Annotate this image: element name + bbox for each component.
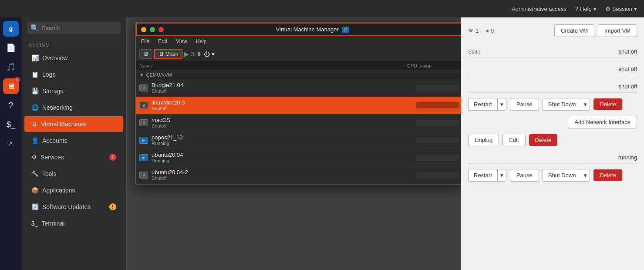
sidebar-item-storage[interactable]: 💾 Storage <box>24 83 123 99</box>
sidebar-item-accounts[interactable]: 👤 Accounts <box>24 133 123 148</box>
session-chevron-icon: ▾ <box>634 6 637 12</box>
vm-row[interactable]: ▶ ubuntu20.04 Running <box>136 149 461 166</box>
vm-power-icon[interactable]: ⏻ <box>204 51 210 57</box>
sidebar-item-virtual-machines[interactable]: 🖥 Virtual Machines <box>24 116 123 132</box>
create-vm-button[interactable]: Create VM <box>554 24 594 37</box>
avatar-initials: g <box>9 25 13 32</box>
sidebar-item-services[interactable]: ⚙ Services ! <box>24 149 123 165</box>
vm-cpu-bar <box>416 120 459 126</box>
vm-row[interactable]: 🖥 ubuntu20.04-2 Shutoff <box>136 166 461 184</box>
vm-row-info: Budgie21.04 Shutoff <box>152 82 412 94</box>
network-action-buttons: Unplug Edit Delete <box>468 134 637 146</box>
vm-cpu-bar <box>416 85 459 91</box>
state-field-row-1: State shut off <box>468 46 637 58</box>
admin-access-label: Administrative access <box>512 6 566 12</box>
delete2-button[interactable]: Delete <box>529 134 558 146</box>
vm-pause-icon[interactable]: ⏸ <box>196 51 202 57</box>
delete-button-2[interactable]: Delete <box>593 169 622 181</box>
vm-manager-window: Virtual Machine Manager 2 File Edit View… <box>135 22 461 185</box>
vm-action-buttons-2: Restart ▾ Pause Shut Down ▾ Delete <box>468 169 637 182</box>
overview-icon: 📊 <box>31 54 39 61</box>
virtual-machines-icon: 🖥 <box>31 121 37 128</box>
restart-button[interactable]: Restart <box>468 98 497 111</box>
shut-down-btn-group: Shut Down ▾ <box>543 98 590 111</box>
vm-menu-view[interactable]: View <box>174 37 189 45</box>
restart-dropdown-btn[interactable]: ▾ <box>497 98 506 111</box>
dock-music-icon[interactable]: 🎵 <box>3 59 19 75</box>
restart-btn-group: Restart ▾ <box>468 98 506 111</box>
sidebar-item-logs[interactable]: 📋 Logs <box>24 67 123 82</box>
sidebar-item-software-updates[interactable]: 🔄 Software Updates ! <box>24 199 123 215</box>
sidebar-item-tools[interactable]: 🔧 Tools <box>24 166 123 182</box>
vm-dropdown-icon[interactable]: ▾ <box>212 51 215 57</box>
vm-list-header: Name CPU usage <box>136 61 461 71</box>
state-field-row-2: shut off <box>468 63 637 75</box>
delete-button[interactable]: Delete <box>593 98 622 110</box>
vm-menu-file[interactable]: File <box>139 37 151 45</box>
vm-row-status: Shutoff <box>152 88 412 94</box>
applications-icon: 📦 <box>31 187 39 194</box>
restart-dropdown-btn-2[interactable]: ▾ <box>497 169 506 182</box>
shut-down-button[interactable]: Shut Down <box>543 98 581 111</box>
dock-page-icon[interactable]: 📄 <box>3 40 19 56</box>
restart-button-2[interactable]: Restart <box>468 169 497 182</box>
vm-minimize-btn[interactable] <box>141 27 146 32</box>
search-input[interactable] <box>42 25 117 31</box>
rp-stat-red: ● 0 <box>486 27 494 34</box>
help-button[interactable]: ? Help ▾ <box>575 6 597 12</box>
dock-terminal-icon[interactable]: $_ <box>3 117 19 132</box>
vm-row[interactable]: 🖥 linuxMint20.3 Shutoff <box>136 97 461 114</box>
software-updates-icon: 🔄 <box>31 203 39 210</box>
terminal-icon: $_ <box>31 220 38 227</box>
vm-row-icon: 🖥 <box>139 172 148 179</box>
add-network-interface-button[interactable]: Add Network Interface <box>568 116 637 128</box>
vm-close-btn[interactable] <box>158 27 164 32</box>
vm-toolbar: 🖥 🖥 Open ▶ 3 ⏸ ⏻ ▾ <box>136 47 461 61</box>
shut-down-dropdown-btn-2[interactable]: ▾ <box>581 169 590 182</box>
vm-play-icon: ▶ <box>184 51 189 57</box>
dock-vm-icon[interactable]: 🖥 1 <box>3 78 19 94</box>
vm-screen-btn[interactable]: 🖥 <box>139 49 152 59</box>
vm-row-info: linuxMint20.3 Shutoff <box>152 99 412 111</box>
vm-row-name: Budgie21.04 <box>152 82 412 88</box>
vm-maximize-btn[interactable] <box>150 27 155 32</box>
vm-menu-help[interactable]: Help <box>194 37 209 45</box>
vm-row-info: ubuntu20.04-2 Shutoff <box>152 169 412 181</box>
vm-row[interactable]: 🖥 Budgie21.04 Shutoff <box>136 79 461 97</box>
tools-icon: 🔧 <box>31 170 39 177</box>
sidebar-item-terminal[interactable]: $_ Terminal <box>24 216 123 231</box>
vm-row-status: Shutoff <box>152 123 412 128</box>
import-vm-button[interactable]: Import VM <box>598 24 637 37</box>
rp-stats: 👁 1 ● 0 <box>468 27 494 34</box>
vm-menu-edit[interactable]: Edit <box>156 37 169 45</box>
pause-button[interactable]: Pause <box>510 98 539 111</box>
right-panel: 👁 1 ● 0 Create VM Import VM State shut o… <box>461 17 644 270</box>
vm-row-name: macOS <box>152 117 412 123</box>
vm-row-status: Shutoff <box>152 176 412 181</box>
vm-row-icon: ▶ <box>139 137 148 144</box>
shut-down-button-2[interactable]: Shut Down <box>543 169 581 182</box>
vm-row[interactable]: ▶ popos21_10 Running <box>136 132 461 149</box>
vm-action-buttons: Restart ▾ Pause Shut Down ▾ Delete <box>468 98 637 111</box>
session-button[interactable]: ⚙ Session ▾ <box>605 6 637 12</box>
help-icon: ? <box>575 6 578 12</box>
vm-title-badge: 2 <box>342 27 349 33</box>
dock-help-icon[interactable]: ? <box>3 98 19 113</box>
sidebar-item-applications[interactable]: 📦 Applications <box>24 182 123 198</box>
vm-open-btn[interactable]: 🖥 Open <box>154 49 182 59</box>
vm-row-status: Running <box>152 158 412 163</box>
vm-cpu-bar <box>416 102 459 108</box>
vm-row-icon: 🖥 <box>139 119 148 126</box>
shut-down-dropdown-btn[interactable]: ▾ <box>581 98 590 111</box>
dock-avatar[interactable]: g <box>3 21 19 37</box>
edit-button[interactable]: Edit <box>502 134 525 146</box>
vm-row[interactable]: 🖥 macOS Shutoff <box>136 114 461 132</box>
pause-button-2[interactable]: Pause <box>510 169 539 182</box>
sidebar-item-networking[interactable]: 🌐 Networking <box>24 100 123 115</box>
sidebar-item-overview[interactable]: 📊 Overview <box>24 50 123 66</box>
unplug-button[interactable]: Unplug <box>468 134 499 146</box>
dock-badge: 1 <box>14 77 20 83</box>
dock-text-icon[interactable]: A <box>3 136 19 152</box>
vm-count-label: 3 <box>191 51 194 57</box>
services-error-badge: ! <box>109 154 116 161</box>
